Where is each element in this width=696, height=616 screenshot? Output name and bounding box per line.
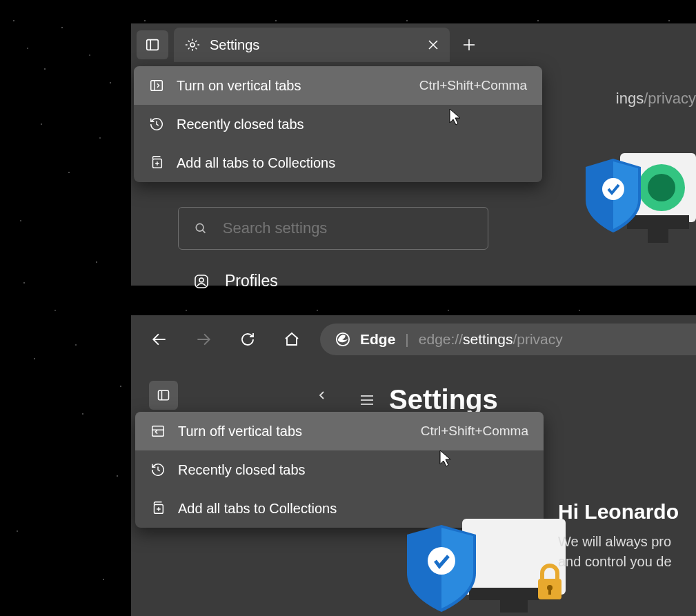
svg-rect-37 xyxy=(500,600,528,613)
page-header: Settings xyxy=(359,384,498,415)
forward-button[interactable] xyxy=(188,324,219,355)
address-path-rest: /privacy xyxy=(513,331,562,347)
sidebar-item-label: Profiles xyxy=(225,272,278,290)
menu-item-shortcut: Ctrl+Shift+Comma xyxy=(419,78,527,93)
greeting-block: Hi Leonardo We will always pro and contr… xyxy=(558,500,696,572)
tab-actions-button[interactable] xyxy=(137,30,168,59)
panel-icon xyxy=(145,37,160,52)
search-icon xyxy=(194,221,208,236)
menu-item-label: Recently closed tabs xyxy=(178,462,306,478)
home-icon xyxy=(284,331,300,348)
svg-rect-17 xyxy=(627,215,689,229)
browser-toolbar: Edge | edge://settings/privacy xyxy=(131,315,696,364)
tab-actions-menu: Turn on vertical tabs Ctrl+Shift+Comma R… xyxy=(134,66,542,182)
greeting-line: and control you de xyxy=(558,552,696,572)
gear-icon xyxy=(185,37,200,52)
vertical-tab-strip-header xyxy=(138,375,338,416)
hamburger-button[interactable] xyxy=(359,392,375,408)
svg-rect-18 xyxy=(648,229,668,243)
greeting-line: We will always pro xyxy=(558,532,696,552)
collapse-vertical-tabs-button[interactable] xyxy=(317,390,327,400)
new-tab-button[interactable] xyxy=(455,31,483,59)
menu-icon xyxy=(359,392,375,408)
svg-rect-0 xyxy=(147,40,159,50)
address-path-bold: settings xyxy=(463,331,513,347)
menu-item-shortcut: Ctrl+Shift+Comma xyxy=(421,424,528,439)
greeting-heading: Hi Leonardo xyxy=(558,500,696,524)
profile-icon xyxy=(193,273,210,290)
menu-item-label: Turn off vertical tabs xyxy=(178,424,302,439)
svg-point-15 xyxy=(199,278,203,282)
settings-sidebar-fragment: Profiles xyxy=(178,207,488,290)
home-button[interactable] xyxy=(276,324,308,355)
edge-window-horizontal-tabs: Settings ings/privacy Turn on vertical t… xyxy=(131,23,696,286)
tab-title: Settings xyxy=(210,37,259,53)
chevron-left-icon xyxy=(317,390,327,400)
menu-item-label: Turn on vertical tabs xyxy=(177,78,301,94)
address-proto: edge:// xyxy=(419,331,463,347)
plus-icon xyxy=(462,38,476,52)
svg-rect-25 xyxy=(159,390,169,399)
history-icon xyxy=(149,117,164,132)
svg-rect-41 xyxy=(548,589,551,595)
menu-item-vertical-tabs[interactable]: Turn on vertical tabs Ctrl+Shift+Comma xyxy=(134,66,542,105)
menu-item-add-collections[interactable]: Add all tabs to Collections xyxy=(134,143,542,182)
svg-rect-30 xyxy=(152,426,164,437)
history-icon xyxy=(150,462,166,477)
svg-line-13 xyxy=(202,230,205,233)
edge-window-vertical-tabs: Edge | edge://settings/privacy Settings … xyxy=(131,315,696,616)
back-button[interactable] xyxy=(143,324,175,355)
menu-item-vertical-tabs-off[interactable]: Turn off vertical tabs Ctrl+Shift+Comma xyxy=(135,412,544,450)
search-settings-input[interactable] xyxy=(223,219,473,237)
address-text-bold: ings xyxy=(616,90,644,107)
privacy-illustration xyxy=(579,146,696,257)
refresh-icon xyxy=(239,331,256,348)
sidebar-item-profiles[interactable]: Profiles xyxy=(178,272,488,290)
collections-icon xyxy=(150,501,166,516)
address-separator: | xyxy=(405,331,408,348)
tab-close-button[interactable] xyxy=(428,39,439,50)
address-brand: Edge xyxy=(360,331,395,348)
address-text-dim: /privacy xyxy=(644,90,696,107)
arrow-left-icon xyxy=(150,330,168,348)
edge-logo-icon xyxy=(335,332,350,347)
svg-point-38 xyxy=(428,547,455,575)
panel-icon xyxy=(157,388,170,402)
menu-item-recently-closed[interactable]: Recently closed tabs xyxy=(134,105,542,143)
privacy-illustration xyxy=(393,515,573,616)
refresh-button[interactable] xyxy=(232,324,264,355)
vertical-tabs-off-icon xyxy=(150,424,166,439)
svg-point-20 xyxy=(648,174,675,201)
menu-item-label: Add all tabs to Collections xyxy=(177,155,335,171)
menu-item-label: Recently closed tabs xyxy=(177,117,304,132)
close-icon xyxy=(428,39,439,50)
svg-rect-7 xyxy=(151,81,163,91)
page-title: Settings xyxy=(389,384,498,415)
tab-actions-button[interactable] xyxy=(149,381,178,410)
svg-point-21 xyxy=(602,178,624,200)
menu-item-label: Add all tabs to Collections xyxy=(178,501,337,517)
menu-item-recently-closed[interactable]: Recently closed tabs xyxy=(135,450,544,489)
svg-point-12 xyxy=(196,223,203,231)
vertical-tabs-icon xyxy=(149,78,164,93)
arrow-right-icon xyxy=(195,330,212,348)
tab-strip: Settings xyxy=(131,23,696,66)
tab-actions-menu: Turn off vertical tabs Ctrl+Shift+Comma … xyxy=(135,412,544,528)
svg-point-2 xyxy=(190,43,195,47)
address-bar-fragment: ings/privacy xyxy=(616,90,696,108)
collections-icon xyxy=(149,155,164,170)
search-settings-box[interactable] xyxy=(178,207,488,250)
browser-tab-active[interactable]: Settings xyxy=(174,28,450,62)
address-bar[interactable]: Edge | edge://settings/privacy xyxy=(320,324,696,355)
